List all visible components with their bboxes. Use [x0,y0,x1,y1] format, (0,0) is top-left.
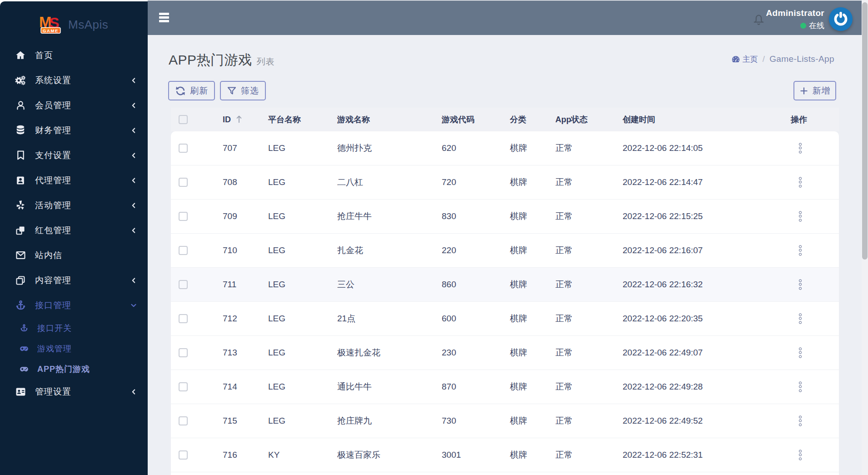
svg-text:GAME: GAME [43,28,59,33]
